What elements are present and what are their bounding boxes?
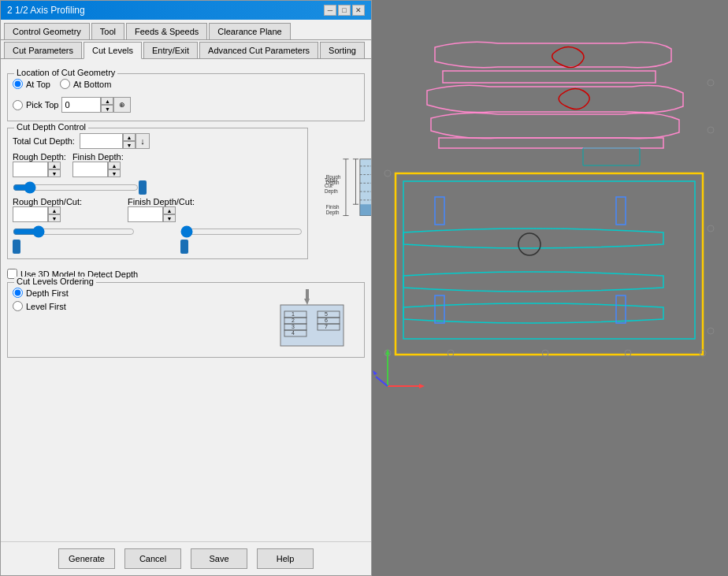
at-bottom-radio[interactable] (60, 79, 70, 89)
cut-depth-section: Cut Depth Control Total Cut Depth: 15.5 … (7, 128, 308, 259)
ordering-label: Cut Levels Ordering (14, 277, 96, 286)
depth-first-radio[interactable] (13, 288, 23, 298)
main-dialog: 2 1/2 Axis Profiling ─ □ ✕ Control Geome… (0, 0, 372, 576)
maximize-button[interactable]: □ (338, 5, 351, 16)
viewport-inner (372, 0, 728, 576)
total-cut-depth-spinners: ▲ ▼ (123, 133, 136, 149)
rough-depth-group: Rough Depth: 15.5 ▲ ▼ (13, 152, 66, 177)
finish-depth-cut-group: Finish Depth/Cut: 0 ▲ ▼ (128, 197, 195, 222)
ordering-diagram: 1 2 3 4 5 6 7 (265, 288, 359, 352)
finish-depth-input-group: 0 ▲ ▼ (72, 162, 124, 177)
num-4: 4 (292, 330, 295, 336)
tab-tool[interactable]: Tool (91, 23, 124, 39)
title-bar: 2 1/2 Axis Profiling ─ □ ✕ (1, 1, 371, 20)
left-controls: Cut Depth Control Total Cut Depth: 15.5 … (7, 128, 308, 266)
finish-depth-label-svg: Finish (326, 204, 340, 210)
tab-cut-parameters[interactable]: Cut Parameters (4, 42, 82, 58)
num-6: 6 (325, 318, 328, 323)
finish-depth-cut-down[interactable]: ▼ (163, 214, 176, 222)
num-7: 7 (325, 324, 328, 329)
total-cut-depth-label: Total Cut Depth: (13, 136, 75, 146)
tab-row-2: Cut Parameters Cut Levels Entry/Exit Adv… (1, 40, 371, 59)
minimize-button[interactable]: ─ (324, 5, 336, 16)
slider-thumb-blue (139, 180, 147, 195)
rough-depth-down[interactable]: ▼ (48, 169, 61, 177)
rough-depth-cut-spinners: ▲ ▼ (48, 206, 61, 222)
depth-cut-sliders (13, 225, 303, 254)
rough-depth-input[interactable]: 15.5 (13, 162, 48, 177)
pick-top-input-group: ▲ ▼ ⊕ (61, 97, 131, 113)
pick-top-spinners: ▲ ▼ (101, 97, 113, 113)
rough-cut-slider[interactable] (13, 225, 135, 238)
rough-cut-slider-row (13, 225, 135, 254)
pick-top-down[interactable]: ▼ (101, 105, 113, 113)
finish-depth-cut-up[interactable]: ▲ (163, 206, 176, 214)
finish-depth-label-svg2: Depth (326, 210, 340, 216)
tab-row-1: Control Geometry Tool Feeds & Speeds Cle… (1, 20, 371, 40)
close-button[interactable]: ✕ (352, 5, 365, 16)
ordering-controls: Depth First Level First (13, 288, 257, 352)
level-first-option: Level First (13, 301, 257, 311)
num-2: 2 (292, 318, 295, 323)
tab-entry-exit[interactable]: Entry/Exit (143, 42, 198, 58)
finish-depth-cut-input-group: 0 ▲ ▼ (128, 206, 195, 222)
at-top-radio[interactable] (13, 79, 23, 89)
num-1: 1 (292, 311, 295, 317)
total-cut-text3: Depth (325, 188, 338, 195)
total-cut-depth-up[interactable]: ▲ (123, 133, 136, 141)
finish-depth-spinners: ▲ ▼ (108, 162, 121, 177)
rough-depth-label: Rough Depth: (13, 152, 66, 162)
rough-depth-cut-down[interactable]: ▼ (48, 214, 61, 222)
depth-first-label: Depth First (26, 288, 69, 298)
finish-depth-down[interactable]: ▼ (108, 169, 121, 177)
total-cut-depth-input[interactable]: 15.5 (80, 133, 123, 149)
finish-depth-up[interactable]: ▲ (108, 162, 121, 169)
location-section: Location of Cut Geometry At Top At Botto… (7, 73, 365, 121)
tab-feeds-speeds[interactable]: Feeds & Speeds (126, 23, 207, 39)
pick-top-label: Pick Top (26, 100, 58, 110)
depth-slider[interactable] (13, 181, 139, 194)
total-cut-depth-row: Total Cut Depth: 15.5 ▲ ▼ ↓ (13, 133, 303, 149)
ordering-tool-shaft (306, 289, 309, 299)
pick-top-option: Pick Top ▲ ▼ ⊕ (13, 97, 359, 113)
level-first-radio[interactable] (13, 301, 23, 311)
rough-depth-up[interactable]: ▲ (48, 162, 61, 169)
tab-sorting[interactable]: Sorting (320, 42, 365, 58)
rough-depth-cut-up[interactable]: ▲ (48, 206, 61, 214)
finish-depth-group: Finish Depth: 0 ▲ ▼ (72, 152, 124, 177)
rough-depth-cut-input[interactable]: 2.8 (13, 206, 48, 222)
dialog-title: 2 1/2 Axis Profiling (7, 5, 85, 16)
location-label: Location of Cut Geometry (14, 68, 117, 77)
pick-top-radio[interactable] (13, 100, 23, 110)
finish-depth-cut-input[interactable]: 0 (128, 206, 163, 222)
cut-depth-diagram: Cut Geometry at Top (314, 128, 371, 266)
total-cut-depth-down[interactable]: ▼ (123, 141, 136, 149)
cancel-button[interactable]: Cancel (124, 548, 181, 569)
cut-depth-label: Cut Depth Control (14, 122, 88, 132)
tab-cut-levels[interactable]: Cut Levels (84, 42, 142, 59)
button-row: Generate Cancel Save Help (1, 541, 371, 575)
help-button[interactable]: Help (257, 548, 314, 569)
pick-top-button[interactable]: ⊕ (113, 97, 131, 113)
rough-depth-cut-label: Rough Depth/Cut: (13, 197, 82, 206)
tab-control-geometry[interactable]: Control Geometry (4, 23, 90, 39)
depth-first-option: Depth First (13, 288, 257, 298)
finish-depth-input[interactable]: 0 (72, 162, 108, 177)
content-area: Location of Cut Geometry At Top At Botto… (1, 59, 371, 541)
total-cut-text: Total (325, 177, 335, 183)
tab-advanced-cut-parameters[interactable]: Advanced Cut Parameters (199, 42, 318, 58)
total-cut-depth-pick[interactable]: ↓ (136, 133, 150, 149)
tab-clearance-plane[interactable]: Clearance Plane (209, 23, 290, 39)
generate-button[interactable]: Generate (58, 548, 115, 569)
ordering-section: Cut Levels Ordering Depth First Level Fi… (7, 282, 365, 358)
finish-depth-cut-label: Finish Depth/Cut: (128, 197, 195, 206)
save-button[interactable]: Save (191, 548, 247, 569)
pick-top-up[interactable]: ▲ (101, 97, 113, 105)
title-bar-buttons: ─ □ ✕ (324, 5, 365, 16)
num-5: 5 (325, 311, 328, 317)
ordering-tool-tip (304, 299, 310, 305)
total-cut-depth-group: 15.5 ▲ ▼ ↓ (80, 133, 150, 149)
pick-top-input[interactable] (61, 97, 101, 113)
at-top-label: At Top (26, 80, 50, 89)
finish-cut-slider[interactable] (180, 225, 303, 238)
